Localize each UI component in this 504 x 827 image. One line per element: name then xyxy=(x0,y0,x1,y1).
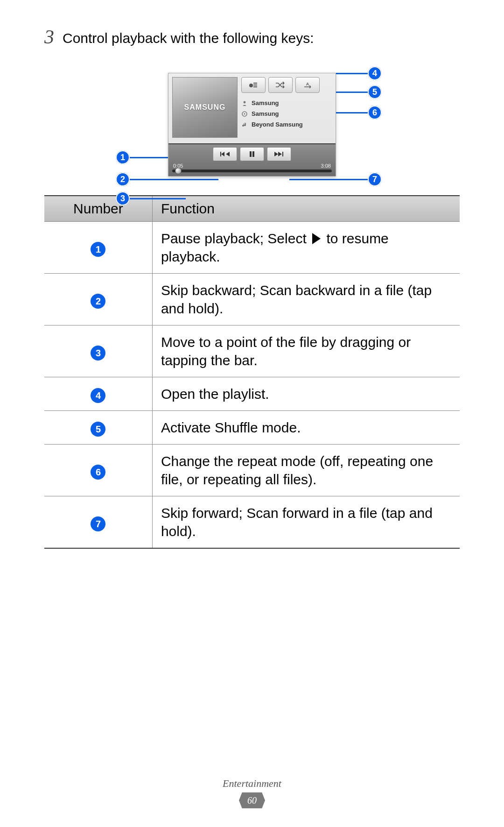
album-art-brand: SAMSUNG xyxy=(184,103,226,112)
svg-rect-8 xyxy=(220,152,221,156)
note-icon xyxy=(241,121,248,128)
table-row: 4Open the playlist. xyxy=(44,377,460,411)
row-function-cell: Skip backward; Scan backward in a file (… xyxy=(152,274,460,325)
svg-rect-11 xyxy=(250,151,252,157)
row-function-cell: Change the repeat mode (off, repeating o… xyxy=(152,445,460,496)
callout-2: 2 xyxy=(116,172,130,186)
playlist-icon xyxy=(249,81,258,89)
page-footer: Entertainment 60 xyxy=(0,778,504,808)
number-badge: 5 xyxy=(91,422,105,437)
row-number-cell: 3 xyxy=(44,325,152,377)
number-badge: 7 xyxy=(91,516,105,531)
row-number-cell: 1 xyxy=(44,222,152,274)
artist-row: Samsung xyxy=(241,99,332,106)
album-row: Samsung xyxy=(241,110,332,117)
table-row: 3Move to a point of the file by dragging… xyxy=(44,325,460,377)
prev-icon xyxy=(220,151,230,157)
number-badge: 4 xyxy=(91,388,105,403)
table-row: 2Skip backward; Scan backward in a file … xyxy=(44,274,460,325)
shuffle-button[interactable] xyxy=(268,77,293,93)
prev-button[interactable] xyxy=(213,147,237,161)
row-function-cell: Skip forward; Scan forward in a file (ta… xyxy=(152,496,460,549)
row-function-cell: Pause playback; Select to resume playbac… xyxy=(152,222,460,274)
play-icon xyxy=(312,233,321,244)
callout-3: 3 xyxy=(116,191,130,205)
svg-marker-10 xyxy=(226,152,230,156)
number-badge: 6 xyxy=(91,465,105,480)
row-number-cell: 5 xyxy=(44,411,152,445)
progress-knob[interactable] xyxy=(175,168,182,174)
step-text: Control playback with the following keys… xyxy=(63,28,314,47)
svg-point-5 xyxy=(244,101,246,103)
svg-rect-2 xyxy=(253,85,257,85)
next-button[interactable] xyxy=(267,147,291,161)
svg-marker-14 xyxy=(278,152,282,156)
header-function: Function xyxy=(152,196,460,222)
next-icon xyxy=(274,151,284,157)
row-function-cell: Activate Shuffle mode. xyxy=(152,411,460,445)
row-function-cell: Open the playlist. xyxy=(152,377,460,411)
svg-point-7 xyxy=(244,113,245,114)
svg-rect-15 xyxy=(282,152,283,156)
row-number-cell: 7 xyxy=(44,496,152,549)
step-number: 3 xyxy=(44,27,54,47)
table-row: 1Pause playback; Select to resume playba… xyxy=(44,222,460,274)
callout-6: 6 xyxy=(368,106,382,120)
function-table: Number Function 1Pause playback; Select … xyxy=(44,195,460,549)
svg-rect-12 xyxy=(252,151,254,157)
playlist-button[interactable] xyxy=(241,77,266,93)
svg-marker-13 xyxy=(274,152,278,156)
artist-icon xyxy=(241,100,248,106)
number-badge: 3 xyxy=(91,346,105,360)
number-badge: 2 xyxy=(91,294,105,309)
svg-rect-1 xyxy=(253,83,257,84)
album-art: SAMSUNG xyxy=(172,77,238,138)
svg-marker-9 xyxy=(221,152,224,156)
album-label: Samsung xyxy=(252,110,279,117)
row-function-cell: Move to a point of the file by dragging … xyxy=(152,325,460,377)
artist-label: Samsung xyxy=(252,99,279,106)
callout-1: 1 xyxy=(116,150,130,164)
page-number: 60 xyxy=(239,792,265,808)
callout-7: 7 xyxy=(368,172,382,186)
shuffle-icon xyxy=(275,82,286,88)
repeat-button[interactable]: A xyxy=(295,77,320,93)
svg-rect-3 xyxy=(253,86,257,87)
header-number: Number xyxy=(44,196,152,222)
step-heading: 3 Control playback with the following ke… xyxy=(44,28,460,47)
table-row: 5Activate Shuffle mode. xyxy=(44,411,460,445)
row-number-cell: 4 xyxy=(44,377,152,411)
repeat-icon: A xyxy=(302,82,313,88)
callout-4: 4 xyxy=(368,66,382,80)
row-number-cell: 2 xyxy=(44,274,152,325)
table-row: 6Change the repeat mode (off, repeating … xyxy=(44,445,460,496)
number-badge: 1 xyxy=(91,242,105,257)
table-row: 7Skip forward; Scan forward in a file (t… xyxy=(44,496,460,549)
player-diagram: 1 2 3 4 5 6 7 SAMSUNG xyxy=(103,73,401,177)
track-row: Beyond Samsung xyxy=(241,121,332,128)
svg-text:A: A xyxy=(306,82,309,86)
progress-bar[interactable] xyxy=(172,170,332,172)
track-label: Beyond Samsung xyxy=(252,121,303,128)
time-total: 3:08 xyxy=(321,163,331,169)
disc-icon xyxy=(241,111,248,117)
svg-point-0 xyxy=(249,84,253,87)
footer-section: Entertainment xyxy=(0,778,504,790)
row-number-cell: 6 xyxy=(44,445,152,496)
pause-icon xyxy=(249,151,255,157)
music-player: SAMSUNG A xyxy=(168,73,336,177)
pause-button[interactable] xyxy=(240,147,264,161)
callout-5: 5 xyxy=(368,85,382,99)
